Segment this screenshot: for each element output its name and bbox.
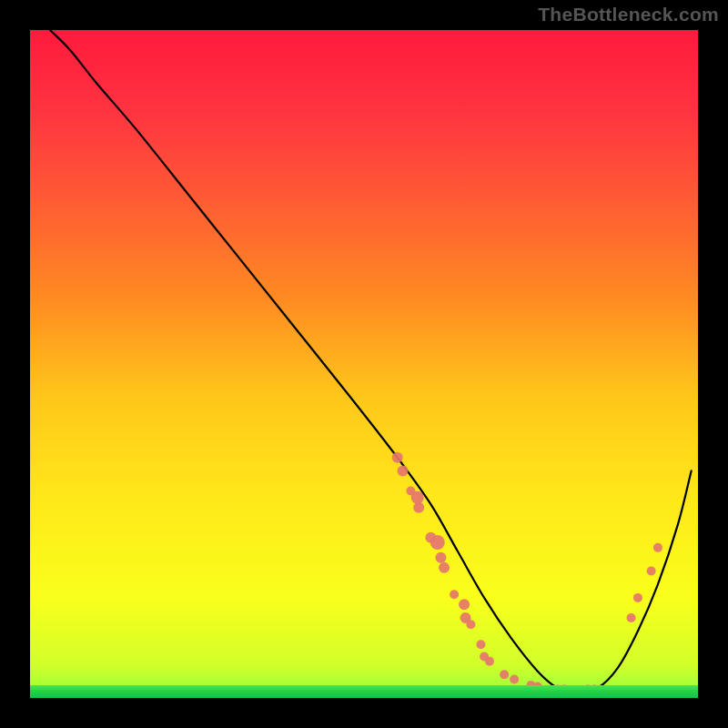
data-point (430, 535, 445, 550)
data-point (510, 674, 519, 683)
data-point (500, 670, 509, 679)
green-band (30, 685, 698, 698)
data-point (398, 465, 409, 476)
data-point (653, 543, 662, 552)
chart-svg (30, 30, 698, 698)
gradient-background (30, 30, 698, 698)
data-point (647, 567, 656, 576)
data-point (413, 502, 424, 513)
watermark-text: TheBottleneck.com (538, 4, 719, 25)
plot-area (30, 30, 698, 698)
chart-container: TheBottleneck.com (0, 0, 728, 728)
data-point (435, 552, 446, 563)
data-point (411, 491, 424, 504)
data-point (450, 590, 459, 599)
data-point (485, 657, 494, 666)
data-point (627, 613, 636, 622)
data-point (476, 640, 485, 649)
data-point (439, 562, 450, 573)
data-point (466, 620, 475, 629)
data-point (633, 593, 642, 602)
data-point (392, 452, 403, 463)
data-point (459, 599, 470, 610)
